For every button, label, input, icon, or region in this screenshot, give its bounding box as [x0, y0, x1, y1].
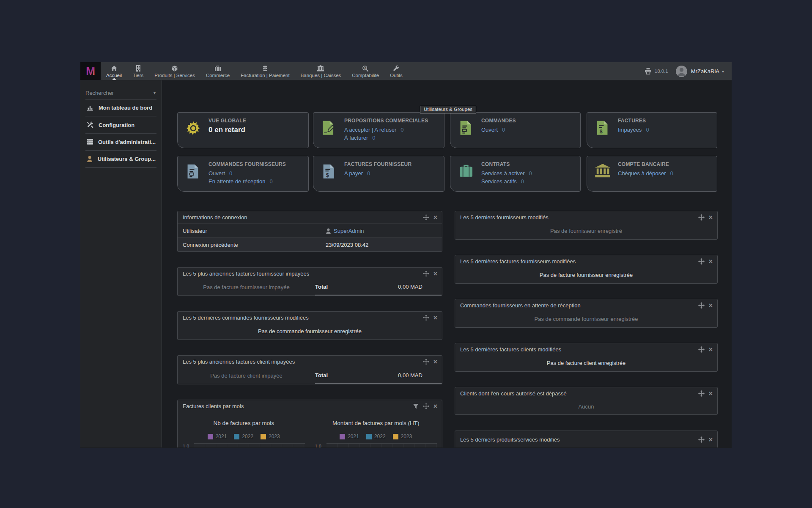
menu-item-commerce[interactable]: Commerce — [200, 62, 235, 80]
search-box: ▾ — [85, 90, 156, 99]
menu-item-outils[interactable]: Outils — [384, 62, 408, 80]
y-axis-tick: 1.0 — [315, 444, 326, 447]
sidebar-item-label: Mon tableau de bord — [99, 105, 152, 111]
home-icon — [111, 65, 118, 72]
widget-title: Les 5 derniers produits/services modifié… — [460, 436, 698, 443]
card-link-count: 0 — [367, 170, 370, 177]
card-link[interactable]: À facturer — [344, 135, 368, 141]
menu-label: Outils — [390, 73, 402, 78]
card-link[interactable]: A payer — [344, 170, 363, 177]
card-title: COMMANDES FOURNISSEURS — [208, 161, 286, 167]
card-link[interactable]: En attente de réception — [208, 178, 265, 185]
card-link[interactable]: Chèques à déposer — [618, 170, 666, 177]
legend-label: 2022 — [242, 433, 253, 439]
move-icon[interactable] — [698, 258, 705, 265]
total-label: Total — [315, 279, 379, 295]
chart-legend: 2021 2022 2023 — [310, 433, 442, 439]
chevron-down-icon[interactable]: ▾ — [722, 69, 724, 74]
close-icon[interactable]: × — [709, 391, 713, 396]
menu-item-tiers[interactable]: Tiers — [127, 62, 149, 80]
widget-commandes-fournisseurs-attente-reception: Commandes fournisseurs en attente de réc… — [455, 299, 718, 328]
menu-item-banques-caisses[interactable]: Banques | Caisses — [295, 62, 347, 80]
search-caret-icon[interactable]: ▾ — [154, 91, 156, 95]
move-icon[interactable] — [698, 390, 705, 397]
empty-message: Aucun — [579, 403, 594, 410]
menu-item-produits-services[interactable]: Produits | Services — [149, 62, 200, 80]
widget-factures-client-impayees: Les 5 plus anciennes factures client imp… — [177, 355, 442, 384]
row-label: Utilisateur — [178, 228, 326, 234]
move-icon[interactable] — [423, 403, 429, 409]
widget-title: Les 5 derniers fournisseurs modifiés — [460, 214, 698, 221]
close-icon[interactable]: × — [709, 259, 713, 264]
empty-message: Pas de facture client enregistrée — [547, 360, 625, 366]
chart-title: Nb de factures par mois — [178, 420, 310, 426]
widget-derniers-fournisseurs-modifies: Les 5 derniers fournisseurs modifiés × P… — [455, 211, 718, 240]
card-link[interactable]: Impayées — [618, 127, 642, 133]
card-link[interactable]: Services à activer — [481, 170, 525, 177]
menu-item-facturation-paiement[interactable]: Facturation | Paiement — [235, 62, 295, 80]
close-icon[interactable]: × — [433, 271, 437, 276]
close-icon[interactable]: × — [433, 215, 437, 220]
legend-swatch-2021 — [208, 434, 213, 439]
app-logo[interactable]: M — [80, 62, 101, 80]
card-title: FACTURES FOURNISSEUR — [344, 161, 411, 167]
widget-title: Les 5 dernières factures fournisseurs mo… — [460, 258, 698, 265]
close-icon[interactable]: × — [709, 437, 713, 442]
menu-label: Commerce — [206, 73, 230, 78]
widget-title: Informations de connexion — [183, 214, 423, 221]
avatar[interactable] — [676, 66, 687, 77]
move-icon[interactable] — [698, 346, 705, 353]
card-link-count: 0 — [372, 135, 375, 141]
move-icon[interactable] — [698, 302, 705, 309]
empty-message: Pas de facture fournisseur impayée — [178, 279, 315, 295]
card-link[interactable]: A accepter | A refuser — [344, 127, 396, 133]
menu-item-comptabilite[interactable]: $ Comptabilité — [346, 62, 384, 80]
menu-item-accueil[interactable]: Accueil — [101, 62, 127, 80]
sidebar-item-label: Outils d'administrati... — [98, 139, 156, 145]
card-title: COMMANDES — [481, 118, 516, 124]
superadmin-link[interactable]: SuperAdmin — [334, 228, 364, 234]
close-icon[interactable]: × — [433, 315, 437, 320]
move-icon[interactable] — [423, 359, 429, 365]
card-link[interactable]: Ouvert — [481, 127, 498, 133]
chart-montant-factures: Montant de factures par mois (HT) 2021 2… — [310, 420, 442, 447]
empty-message: Pas de commande fournisseur enregistrée — [258, 328, 362, 334]
move-icon[interactable] — [698, 214, 705, 221]
menu-label: Comptabilité — [352, 73, 379, 78]
user-menu[interactable]: MrZaKaRiA — [691, 68, 719, 75]
legend-swatch-2023 — [261, 434, 266, 439]
sidebar-item-users-groups[interactable]: Utilisateurs & Group... — [85, 151, 156, 168]
version-label: 18.0.1 — [655, 69, 668, 74]
svg-text:$: $ — [326, 172, 329, 178]
close-icon[interactable]: × — [433, 359, 437, 364]
dolibarr-logo-icon: M — [84, 65, 97, 77]
sidebar-item-configuration[interactable]: Configuration — [85, 116, 156, 134]
bank-icon — [317, 65, 324, 72]
menu-label: Facturation | Paiement — [241, 73, 290, 78]
filter-icon[interactable] — [413, 403, 419, 409]
close-icon[interactable]: × — [709, 303, 713, 308]
close-icon[interactable]: × — [433, 404, 437, 409]
move-icon[interactable] — [423, 214, 429, 221]
card-title: PROPOSITIONS COMMERCIALES — [344, 118, 428, 124]
sidebar-item-dashboard[interactable]: Mon tableau de bord — [85, 99, 156, 116]
legend-label: 2021 — [348, 433, 359, 439]
move-icon[interactable] — [423, 271, 429, 277]
topbar: M Accueil Tiers Produits | Services — [80, 62, 732, 80]
move-icon[interactable] — [423, 315, 429, 321]
sidebar-item-admin-tools[interactable]: Outils d'administrati... — [85, 134, 156, 151]
server-stack-icon — [86, 139, 93, 145]
supplier-order-icon — [186, 164, 202, 191]
search-input[interactable] — [85, 90, 154, 96]
widget-informations-connexion: Informations de connexion × Utilisateur — [177, 211, 442, 252]
chart-plot-area: 1.0 — [178, 443, 310, 447]
move-icon[interactable] — [698, 436, 705, 443]
card-link[interactable]: Ouvert — [208, 170, 225, 177]
widget-dernieres-factures-clients-modifiees: Les 5 dernières factures clients modifié… — [455, 343, 718, 372]
close-icon[interactable]: × — [709, 347, 713, 352]
chart-grid — [326, 443, 437, 447]
card-link[interactable]: Services actifs — [481, 178, 517, 185]
menu-label: Produits | Services — [154, 73, 195, 78]
close-icon[interactable]: × — [709, 215, 713, 220]
print-icon[interactable] — [645, 68, 652, 75]
